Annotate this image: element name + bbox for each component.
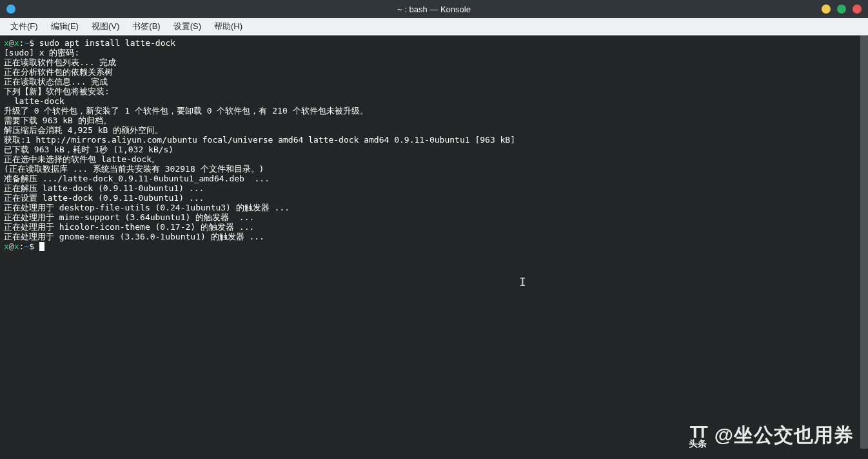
out-line: 正在选中未选择的软件包 latte-dock。 xyxy=(4,154,160,164)
out-line: latte-dock xyxy=(4,96,64,106)
out-line: 正在设置 latte-dock (0.9.11-0ubuntu1) ... xyxy=(4,193,204,203)
terminal-output: x@x:~$ sudo apt install latte-dock [sudo… xyxy=(4,38,864,251)
out-line: 正在分析软件包的依赖关系树 xyxy=(4,67,113,77)
out-line: 获取:1 http://mirrors.aliyun.com/ubuntu fo… xyxy=(4,135,515,145)
prompt-at: @ xyxy=(9,241,14,251)
terminal-cursor-icon xyxy=(39,242,44,251)
window-title: ~ : bash — Konsole xyxy=(397,5,471,14)
close-button[interactable] xyxy=(853,5,862,14)
maximize-button[interactable] xyxy=(837,5,846,14)
menu-edit[interactable]: 编辑(E) xyxy=(44,19,85,34)
watermark-handle: @坐公交也用券 xyxy=(715,422,854,449)
prompt-user: x xyxy=(4,38,9,48)
watermark-logo-icon: TT 头条 xyxy=(689,423,707,448)
menu-file[interactable]: 文件(F) xyxy=(4,19,44,34)
menubar: 文件(F) 编辑(E) 视图(V) 书签(B) 设置(S) 帮助(H) xyxy=(0,18,868,36)
out-line: [sudo] x 的密码: xyxy=(4,48,79,57)
app-indicator-icon xyxy=(6,5,15,14)
out-line: 正在处理用于 mime-support (3.64ubuntu1) 的触发器 .… xyxy=(4,212,254,222)
menu-view[interactable]: 视图(V) xyxy=(85,19,126,34)
titlebar-left xyxy=(0,5,15,14)
out-line: 正在读取软件包列表... 完成 xyxy=(4,57,116,67)
terminal-viewport[interactable]: x@x:~$ sudo apt install latte-dock [sudo… xyxy=(0,36,868,459)
vertical-scrollbar[interactable] xyxy=(860,36,868,449)
watermark-logo-text: 头条 xyxy=(689,439,707,448)
prompt-ps: $ xyxy=(29,38,39,48)
out-line: 正在处理用于 hicolor-icon-theme (0.17-2) 的触发器 … xyxy=(4,222,254,232)
out-line: 准备解压 .../latte-dock_0.9.11-0ubuntu1_amd6… xyxy=(4,174,270,183)
command-text: sudo apt install latte-dock xyxy=(39,38,175,48)
out-line: 正在读取状态信息... 完成 xyxy=(4,77,108,87)
menu-bookmarks[interactable]: 书签(B) xyxy=(126,19,166,34)
out-line: 解压缩后会消耗 4,925 kB 的额外空间。 xyxy=(4,125,163,135)
out-line: 正在解压 latte-dock (0.9.11-0ubuntu1) ... xyxy=(4,183,204,193)
out-line: 需要下载 963 kB 的归档。 xyxy=(4,116,112,125)
watermark: TT 头条 @坐公交也用券 xyxy=(689,422,854,449)
out-line: 下列【新】软件包将被安装: xyxy=(4,87,110,96)
prompt-path: ~ xyxy=(24,241,29,251)
window-controls xyxy=(822,5,862,14)
prompt-user: x xyxy=(4,241,9,251)
menu-help[interactable]: 帮助(H) xyxy=(208,19,249,34)
scrollbar-thumb[interactable] xyxy=(860,36,868,449)
prompt-path: ~ xyxy=(24,38,29,48)
prompt-ps: $ xyxy=(29,241,39,251)
out-line: 升级了 0 个软件包，新安装了 1 个软件包，要卸载 0 个软件包，有 210 … xyxy=(4,106,368,116)
out-line: (正在读取数据库 ... 系统当前共安装有 302918 个文件和目录。) xyxy=(4,164,264,174)
minimize-button[interactable] xyxy=(822,5,831,14)
out-line: 已下载 963 kB，耗时 1秒 (1,032 kB/s) xyxy=(4,145,173,154)
out-line: 正在处理用于 desktop-file-utils (0.24-1ubuntu3… xyxy=(4,203,290,212)
menu-settings[interactable]: 设置(S) xyxy=(167,19,208,34)
window-titlebar: ~ : bash — Konsole xyxy=(0,0,868,18)
prompt-at: @ xyxy=(9,38,14,48)
out-line: 正在处理用于 gnome-menus (3.36.0-1ubuntu1) 的触发… xyxy=(4,232,264,241)
